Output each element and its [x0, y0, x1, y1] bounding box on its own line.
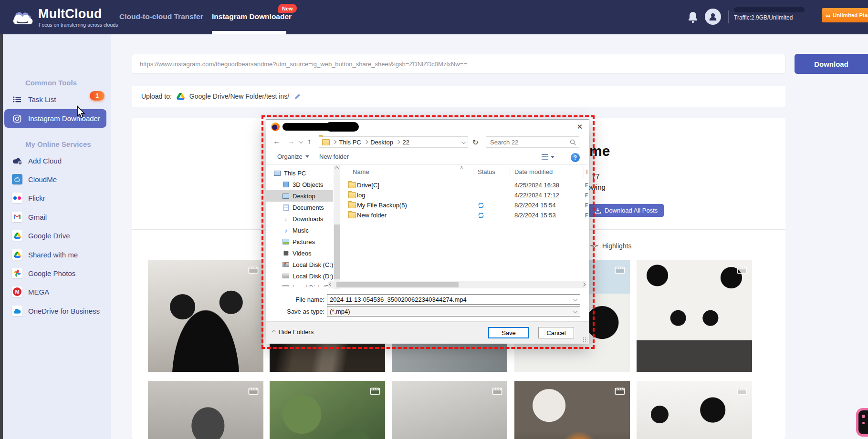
sidebar-item-label: Google Photos — [28, 269, 75, 277]
resize-grip[interactable] — [583, 337, 587, 342]
instagram-url-input[interactable] — [132, 54, 785, 74]
sidebar-item-label: Flickr — [28, 194, 45, 202]
file-row[interactable]: log 4/22/2024 17:12 F — [343, 190, 588, 200]
post-tile[interactable] — [148, 260, 263, 372]
recent-locations-chevron-icon[interactable] — [299, 140, 303, 143]
tree-item-downloads[interactable]: ↓Downloads — [266, 213, 333, 225]
tree-item-local-disk-d[interactable]: Local Disk (D:) — [266, 270, 333, 282]
nav-link-cloud-transfer[interactable]: Cloud-to-cloud Transfer — [119, 12, 203, 22]
refresh-icon[interactable]: ↻ — [472, 138, 479, 147]
save-button[interactable]: Save — [488, 327, 529, 338]
instagram-icon — [12, 113, 22, 124]
breadcrumb-folder-22[interactable]: 22 — [402, 139, 409, 146]
scroll-right-icon[interactable] — [581, 283, 585, 286]
dialog-titlebar[interactable]: ✕ — [266, 120, 589, 134]
dialog-toolbar: Organize New folder ? — [266, 150, 589, 165]
tree-item-local-disk-e-partial[interactable]: Local Disk (E — [266, 282, 333, 286]
tree-item-videos[interactable]: Videos — [266, 247, 333, 259]
sidebar-item-cloudme[interactable]: CloudMe — [3, 172, 111, 186]
tree-item-3d-objects[interactable]: 3D Objects — [266, 179, 333, 190]
folder-icon — [348, 202, 356, 208]
notifications-bell-icon[interactable] — [687, 11, 699, 23]
search-input[interactable] — [489, 138, 570, 146]
view-list-icon — [542, 154, 548, 160]
tree-item-music[interactable]: ♪Music — [266, 225, 333, 236]
post-tile[interactable] — [148, 381, 263, 439]
post-tile[interactable] — [270, 381, 385, 439]
file-type-clipped: F — [585, 192, 588, 199]
sidebar-item-mega[interactable]: M MEGA — [3, 285, 111, 299]
column-header-name[interactable]: Name — [353, 168, 369, 181]
dialog-nav-row: ← → ↑ This PC Desktop 22 ↻ — [266, 134, 589, 150]
sidebar-item-task-list[interactable]: Task List 1 — [3, 92, 111, 106]
search-box[interactable] — [486, 136, 579, 148]
change-view-button[interactable] — [542, 154, 554, 160]
cube-icon — [283, 182, 289, 187]
file-name: New folder — [357, 212, 387, 219]
tree-item-documents[interactable]: Documents — [266, 202, 333, 213]
sidebar-item-become-affiliate[interactable]: Become our affiliate — [3, 437, 111, 439]
back-icon[interactable]: ← — [273, 137, 281, 146]
file-name-input[interactable] — [327, 294, 580, 305]
sidebar-item-google-drive[interactable]: Google Drive — [3, 228, 111, 243]
address-bar[interactable]: This PC Desktop 22 — [319, 136, 468, 148]
column-header-type-clipped[interactable]: T — [585, 168, 588, 181]
video-icon — [615, 386, 625, 395]
file-row[interactable]: New folder 8/2/2024 15:53 F — [343, 210, 588, 220]
sort-caret-icon: ∧ — [460, 165, 463, 170]
new-folder-button[interactable]: New folder — [319, 153, 349, 160]
tree-scrollbar[interactable] — [334, 165, 340, 289]
computer-icon — [274, 171, 281, 176]
sidebar-item-instagram-downloader[interactable]: Instagram Downloader — [4, 109, 106, 128]
hide-folders-button[interactable]: Hide Folders — [272, 328, 314, 336]
tree-item-desktop[interactable]: Desktop — [266, 190, 333, 202]
close-icon[interactable]: ✕ — [574, 122, 586, 132]
scrollbar-thumb[interactable] — [336, 282, 459, 287]
sidebar-item-gmail[interactable]: Gmail — [3, 210, 111, 224]
user-avatar[interactable] — [705, 9, 721, 25]
sidebar-item-add-cloud[interactable]: Add Cloud — [3, 153, 111, 168]
video-icon — [248, 265, 259, 274]
edit-pencil-icon[interactable] — [294, 93, 301, 100]
column-header-status[interactable]: Status — [478, 168, 495, 181]
sidebar-item-shared-with-me[interactable]: Shared with me — [3, 247, 111, 262]
file-row[interactable]: My File Backup(5) 8/2/2024 15:54 F — [343, 200, 588, 210]
address-dropdown-chevron-icon[interactable] — [461, 140, 465, 144]
tree-item-pictures[interactable]: Pictures — [266, 236, 333, 247]
flickr-icon — [12, 193, 22, 203]
sidebar-item-onedrive-business[interactable]: OneDrive for Business — [3, 304, 111, 318]
up-icon[interactable]: ↑ — [307, 137, 311, 146]
tree-item-this-pc[interactable]: This PC — [266, 167, 333, 179]
download-all-posts-button[interactable]: Download All Posts — [588, 204, 664, 217]
post-tile[interactable] — [392, 381, 507, 439]
cancel-button[interactable]: Cancel — [538, 327, 574, 338]
top-navbar: MultCloud Focus on transferring across c… — [0, 0, 868, 34]
unlimited-plan-button[interactable]: ∞ Unlimited Plan — [822, 8, 868, 22]
help-button[interactable]: ? — [571, 153, 580, 162]
tree-item-local-disk-c[interactable]: Local Disk (C:) — [266, 259, 333, 270]
breadcrumb-desktop[interactable]: Desktop — [370, 139, 393, 146]
sidebar-item-google-photos[interactable]: Google Photos — [3, 266, 111, 280]
new-badge: New — [278, 4, 297, 13]
post-tile[interactable] — [637, 381, 752, 439]
nav-link-instagram-downloader[interactable]: Instagram Downloader — [212, 12, 292, 22]
save-as-dialog: ✕ ← → ↑ This PC Desktop 22 ↻ — [266, 119, 589, 344]
forward-icon[interactable]: → — [287, 137, 295, 146]
scrollbar-thumb[interactable] — [334, 225, 340, 279]
organize-menu[interactable]: Organize — [277, 153, 309, 160]
scroll-up-icon[interactable] — [335, 167, 339, 171]
sync-status-icon — [478, 202, 484, 209]
sidebar-item-flickr[interactable]: Flickr — [3, 191, 111, 205]
post-tile[interactable] — [514, 381, 630, 439]
file-row[interactable]: Drive[C] 4/25/2024 16:38 F — [343, 180, 588, 190]
horizontal-scrollbar[interactable] — [328, 281, 586, 288]
traffic-progress-bar — [734, 7, 805, 12]
scroll-left-icon[interactable] — [329, 283, 333, 286]
file-name: Drive[C] — [357, 182, 379, 189]
download-button[interactable]: Download — [795, 54, 868, 74]
chat-widget[interactable] — [856, 408, 868, 437]
breadcrumb-this-pc[interactable]: This PC — [339, 139, 361, 146]
post-tile[interactable] — [637, 260, 752, 372]
save-as-type-select[interactable]: (*.mp4) — [327, 306, 580, 316]
column-header-date-modified[interactable]: Date modified — [514, 168, 553, 181]
